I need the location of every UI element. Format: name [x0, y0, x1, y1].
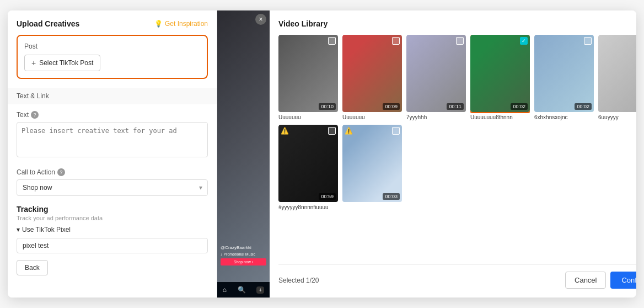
home-nav-icon: ⌂ — [223, 286, 227, 294]
discover-nav-icon: 🔍 — [238, 286, 246, 294]
tracking-section: Tracking Track your ad performance data … — [17, 205, 208, 260]
plus-icon: + — [31, 59, 36, 67]
video-checkbox-5[interactable] — [584, 37, 592, 45]
list-item[interactable]: 00:02 6xhxhnsxojnc — [534, 35, 594, 120]
video-name-5: 6xhxhnsxojnc — [534, 114, 594, 120]
video-name-4: Uuuuuuuu8thnnn — [470, 114, 530, 120]
video-name-7: #yyyyyy8nnnnfiuuuu — [278, 204, 338, 210]
list-item[interactable]: 00:11 7yyyhhh — [406, 35, 466, 120]
video-thumbnail-7: ⚠️ 00:59 — [278, 125, 338, 202]
preview-video-content: @CrazyBaarkki ♪ Promotional Music Shop n… — [217, 10, 270, 282]
preview-panel: × @CrazyBaarkki ♪ Promotional Music Shop… — [217, 10, 270, 298]
video-duration-5: 00:02 — [575, 103, 592, 110]
text-info-icon[interactable]: ? — [31, 111, 39, 119]
close-button[interactable]: × — [255, 14, 266, 25]
video-name-3: 7yyyhhh — [406, 114, 466, 120]
video-name-2: Uuuuuuu — [342, 114, 402, 120]
text-link-section-label: Text & Link — [8, 88, 217, 104]
post-section: Post + Select TikTok Post — [17, 35, 208, 79]
video-thumbnail-2: 00:09 — [342, 35, 402, 112]
preview-shop-button: Shop now › — [221, 258, 266, 265]
text-field-group: Text ? — [17, 111, 208, 168]
video-grid: 00:10 Uuuuuuu 00:09 Uuuuuuu 00:1 — [278, 35, 636, 260]
left-panel-header: Upload Creatives 💡 Get Inspiration — [17, 19, 208, 28]
upload-creatives-title: Upload Creatives — [17, 19, 79, 28]
video-thumbnail-5: 00:02 — [534, 35, 594, 112]
list-item[interactable]: ⚠️ 00:59 #yyyyyy8nnnnfiuuuu — [278, 125, 338, 210]
video-thumbnail-3: 00:11 — [406, 35, 466, 112]
video-name-6: 6uuyyyy — [598, 114, 636, 120]
use-pixel-label: Use TikTok Pixel — [22, 226, 71, 233]
cta-field-label: Call to Action ? — [17, 168, 208, 176]
preview-video-bg — [217, 10, 270, 282]
cta-dropdown-wrapper: Shop now — [17, 179, 208, 196]
warning-icon-8: ⚠️ — [345, 127, 353, 135]
get-inspiration-label: Get Inspiration — [165, 20, 208, 28]
preview-overlay: @CrazyBaarkki ♪ Promotional Music Shop n… — [221, 245, 266, 265]
cta-dropdown[interactable]: Shop now — [17, 179, 208, 196]
footer-actions: Cancel Confirm — [565, 272, 636, 289]
video-thumbnail-8: ⚠️ 00:03 — [342, 125, 402, 202]
list-item[interactable]: 00:02 6uuyyyy — [598, 35, 636, 120]
tracking-title: Tracking — [17, 205, 208, 214]
video-row-1: 00:10 Uuuuuuu 00:09 Uuuuuuu 00:1 — [278, 35, 636, 120]
list-item[interactable]: 00:09 Uuuuuuu — [342, 35, 402, 120]
video-thumbnail-6: 00:02 — [598, 35, 636, 112]
modal-overlay: Upload Creatives 💡 Get Inspiration Post … — [8, 10, 636, 298]
confirm-button[interactable]: Confirm — [610, 272, 636, 289]
selected-count: Selected 1/20 — [278, 277, 319, 284]
video-duration-4: 00:02 — [511, 103, 528, 110]
back-button[interactable]: Back — [17, 260, 48, 275]
video-checkbox-2[interactable] — [392, 37, 400, 45]
preview-username: @CrazyBaarkki — [221, 245, 266, 250]
select-tiktok-button[interactable]: + Select TikTok Post — [24, 55, 100, 71]
library-footer: Selected 1/20 Cancel Confirm — [278, 264, 636, 289]
add-nav-icon: + — [256, 286, 264, 294]
right-panel: Video Library 00:10 Uuuuuuu 00:09 — [270, 10, 636, 298]
get-inspiration-button[interactable]: 💡 Get Inspiration — [154, 20, 208, 28]
select-tiktok-label: Select TikTok Post — [39, 59, 93, 67]
post-section-label: Post — [24, 43, 200, 50]
library-title: Video Library — [278, 19, 636, 28]
video-name-1: Uuuuuuu — [278, 114, 338, 120]
list-item[interactable]: 00:10 Uuuuuuu — [278, 35, 338, 120]
list-item[interactable]: ⚠️ 00:03 — [342, 125, 402, 210]
text-field-label: Text ? — [17, 111, 208, 119]
video-checkbox-8[interactable] — [392, 127, 400, 135]
preview-music: ♪ Promotional Music — [221, 252, 266, 256]
video-checkbox-1[interactable] — [328, 37, 336, 45]
video-duration-1: 00:10 — [319, 103, 336, 110]
list-item[interactable]: 00:02 Uuuuuuuu8thnnn — [470, 35, 530, 120]
video-duration-2: 00:09 — [383, 103, 400, 110]
cta-section: Call to Action ? Shop now — [17, 168, 208, 196]
cancel-button[interactable]: Cancel — [565, 272, 606, 289]
pixel-input[interactable] — [17, 238, 208, 253]
chevron-icon: ▾ — [17, 226, 20, 233]
text-input[interactable] — [17, 122, 208, 157]
video-duration-7: 00:59 — [319, 193, 336, 200]
video-duration-8: 00:03 — [383, 193, 400, 200]
lightbulb-icon: 💡 — [154, 20, 163, 28]
video-row-2: ⚠️ 00:59 #yyyyyy8nnnnfiuuuu ⚠️ 00:03 — [278, 125, 636, 210]
video-thumbnail-1: 00:10 — [278, 35, 338, 112]
warning-icon-7: ⚠️ — [281, 127, 289, 135]
video-checkbox-4[interactable] — [520, 37, 528, 45]
video-duration-3: 00:11 — [447, 103, 464, 110]
preview-phone: @CrazyBaarkki ♪ Promotional Music Shop n… — [217, 10, 270, 298]
use-pixel-toggle[interactable]: ▾ Use TikTok Pixel — [17, 226, 208, 233]
left-panel: Upload Creatives 💡 Get Inspiration Post … — [8, 10, 217, 298]
video-checkbox-7[interactable] — [328, 127, 336, 135]
video-checkbox-3[interactable] — [456, 37, 464, 45]
tracking-subtitle: Track your ad performance data — [17, 215, 208, 221]
video-thumbnail-4: 00:02 — [470, 35, 530, 112]
preview-nav: ⌂ 🔍 + — [217, 282, 270, 298]
cta-info-icon[interactable]: ? — [57, 168, 65, 176]
